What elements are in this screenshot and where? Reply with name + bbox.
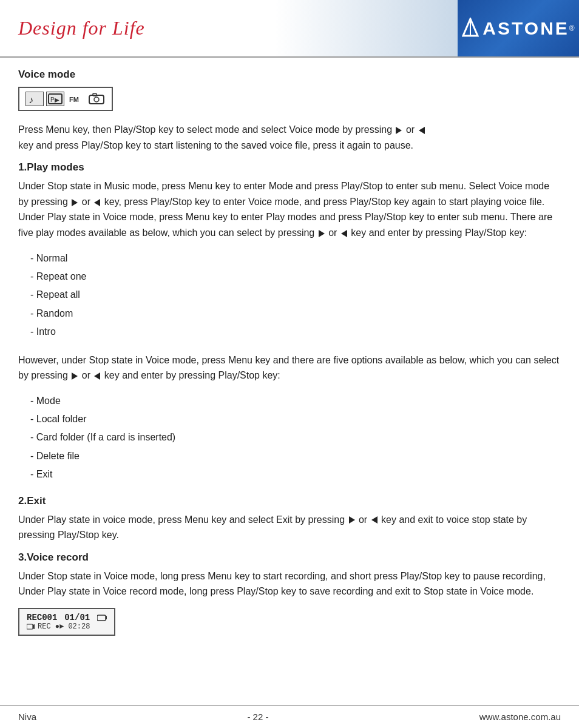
arrow-left-3-icon — [341, 230, 347, 237]
svg-rect-9 — [97, 615, 106, 621]
section1-paragraph: Under Stop state in Music mode, press Me… — [18, 178, 561, 240]
section2-title: 2.Exit — [18, 495, 561, 507]
svg-text:♪: ♪ — [29, 95, 33, 105]
section1-paragraph2: However, under Stop state in Voice mode,… — [18, 352, 561, 383]
rec-small-icon — [27, 623, 35, 630]
brand-name: ASTONE® — [482, 18, 574, 39]
fm-icon: FM — [67, 92, 85, 106]
intro-paragraph: Press Menu key, then Play/Stop key to se… — [18, 122, 561, 153]
list-item: - Intro — [30, 323, 561, 341]
rec-total: 01/01 — [64, 613, 90, 622]
play-modes-list: - Normal - Repeat one - Repeat all - Ran… — [30, 249, 561, 342]
list-item: - Normal — [30, 249, 561, 268]
list-item: - Repeat all — [30, 286, 561, 304]
rec-line1: REC001 01/01 — [27, 613, 107, 622]
svg-rect-11 — [27, 624, 33, 629]
svg-rect-6 — [89, 95, 104, 104]
list-item: - Exit — [30, 465, 561, 484]
svg-text:P▶: P▶ — [50, 96, 59, 103]
list-item: - Card folder (If a card is inserted) — [30, 428, 561, 447]
main-content: Voice mode ♪ P▶ FM Pres — [0, 69, 579, 636]
page-header: Design for Life ASTONE® — [0, 0, 579, 58]
tagline: Design for Life — [18, 17, 145, 39]
stop-options-list: - Mode - Local folder - Card folder (If … — [30, 392, 561, 484]
mode-icons-bar: ♪ P▶ FM — [18, 87, 113, 111]
rec-display: REC001 01/01 REC ●► 02:28 — [18, 608, 115, 636]
page-footer: Niva - 22 - www.astone.com.au — [0, 705, 579, 728]
list-item: - Delete file — [30, 447, 561, 465]
rec-number: REC001 — [27, 613, 57, 622]
arrow-left-5-icon — [371, 516, 378, 524]
voice-mode-title: Voice mode — [18, 69, 561, 81]
arrow-right-2-icon — [72, 199, 78, 206]
list-item: - Mode — [30, 392, 561, 410]
music-icon: ♪ — [25, 92, 44, 106]
section1-title: 1.Play modes — [18, 161, 561, 174]
svg-marker-10 — [106, 616, 107, 619]
arrow-right-3-icon — [319, 230, 325, 237]
voice-icon: P▶ — [46, 92, 64, 106]
arrow-right-icon — [396, 127, 402, 134]
svg-point-7 — [94, 97, 99, 102]
arrow-left-4-icon — [94, 372, 100, 380]
list-item: - Local folder — [30, 410, 561, 428]
section3-paragraph: Under Stop state in Voice mode, long pre… — [18, 568, 561, 599]
header-left: Design for Life — [0, 0, 458, 56]
footer-brand: Niva — [18, 712, 36, 722]
footer-website: www.astone.com.au — [479, 712, 561, 722]
footer-page-number: - 22 - — [247, 712, 268, 722]
svg-text:FM: FM — [69, 96, 79, 103]
arrow-left-icon — [419, 127, 425, 134]
header-right: ASTONE® — [458, 0, 579, 56]
rec-camera-icon — [97, 614, 107, 621]
arrow-left-2-icon — [94, 199, 100, 206]
arrow-right-5-icon — [349, 516, 355, 524]
list-item: - Random — [30, 305, 561, 323]
section3-title: 3.Voice record — [18, 551, 561, 564]
section2-paragraph: Under Play state in voice mode, press Me… — [18, 512, 561, 543]
brand-icon — [462, 18, 479, 39]
svg-marker-12 — [33, 624, 35, 629]
rec-line2: REC ●► 02:28 — [27, 622, 107, 631]
brand-logo: ASTONE® — [462, 18, 574, 39]
arrow-right-4-icon — [72, 372, 78, 380]
list-item: - Repeat one — [30, 268, 561, 286]
camera-icon — [87, 92, 106, 106]
